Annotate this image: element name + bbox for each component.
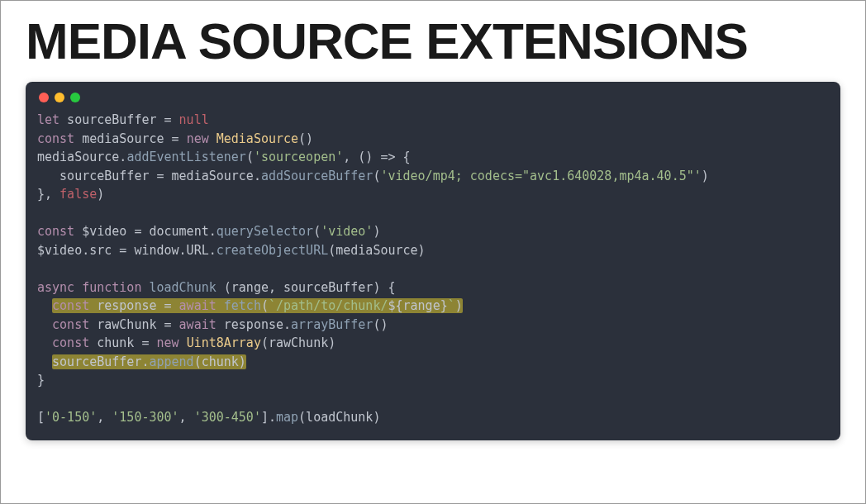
code-token [37, 354, 52, 369]
code-token: null [179, 112, 209, 127]
code-token: createObjectURL [216, 243, 328, 258]
code-token: , [179, 410, 194, 425]
code-token: '150-300' [112, 410, 178, 425]
code-token: await [179, 298, 224, 313]
code-token: arrayBuffer [291, 317, 373, 332]
code-token: (rawChunk) [261, 335, 335, 350]
code-token: false [59, 187, 97, 202]
code-token [37, 335, 52, 350]
code-token: ) [97, 187, 104, 202]
slide-title: MEDIA SOURCE EXTENSIONS [26, 16, 840, 67]
code-token: } [37, 373, 45, 388]
code-token: fetch [224, 298, 261, 313]
code-token: = [141, 335, 156, 350]
code-token: querySelector [216, 224, 313, 239]
code-token: addEventListener [126, 150, 246, 164]
code-block: let sourceBuffer = null const mediaSourc… [37, 111, 829, 427]
code-token: chunk [89, 335, 141, 350]
code-token: new [187, 131, 209, 146]
code-token: 'sourceopen' [254, 150, 343, 164]
code-token: , () => { [343, 150, 410, 164]
highlighted-line: const response = await fetch(`/path/to/c… [52, 298, 463, 313]
code-token: $video [74, 224, 134, 239]
code-token: ) [455, 298, 463, 313]
code-token: addSourceBuffer [261, 169, 373, 183]
code-token: const [52, 335, 89, 350]
window-traffic-lights [37, 90, 829, 111]
code-token: '0-150' [45, 410, 97, 425]
code-token: ( [261, 298, 269, 313]
code-token: = [164, 298, 179, 313]
code-token [37, 317, 52, 332]
highlighted-line: sourceBuffer.append(chunk) [52, 354, 246, 369]
code-token: = [164, 317, 179, 332]
code-token: loadChunk [149, 280, 223, 295]
code-token: document. [149, 224, 216, 239]
code-token: () [298, 131, 313, 146]
code-token: MediaSource [209, 131, 298, 146]
code-token: (chunk) [194, 354, 246, 369]
code-token: rawChunk [89, 317, 164, 332]
code-token: new [157, 335, 187, 350]
code-token: append [149, 354, 193, 369]
minimize-icon [55, 93, 64, 102]
code-token: const [37, 131, 74, 146]
code-token: , [97, 410, 112, 425]
code-token: $video.src = window.URL. [37, 243, 216, 258]
code-token: sourceBuffer. [52, 354, 149, 369]
code-token: mediaSource. [37, 150, 126, 164]
code-token: }, [37, 187, 59, 202]
code-token: ( [246, 150, 254, 164]
code-token: async [37, 280, 82, 295]
code-token: = [172, 131, 187, 146]
code-token: () [373, 317, 388, 332]
code-token: sourceBuffer [59, 112, 164, 127]
code-token: const [37, 224, 74, 239]
code-token: ) [373, 224, 380, 239]
code-token: ]. [261, 410, 276, 425]
slide: MEDIA SOURCE EXTENSIONS let sourceBuffer… [0, 0, 866, 504]
code-token: ( [313, 224, 321, 239]
code-token: '300-450' [194, 410, 261, 425]
code-token: 'video/mp4; codecs="avc1.640028,mp4a.40.… [380, 169, 701, 183]
code-token: mediaSource [335, 243, 417, 258]
code-token: const [52, 298, 89, 313]
code-token: sourceBuffer = mediaSource. [59, 169, 261, 183]
close-icon [39, 93, 49, 102]
code-token: 'video' [321, 224, 373, 239]
code-token: (loadChunk) [298, 410, 380, 425]
code-token: Uint8Array [187, 335, 261, 350]
code-token: ) [702, 169, 709, 183]
code-token: map [276, 410, 298, 425]
code-token: const [52, 317, 89, 332]
code-token: (range, sourceBuffer) { [224, 280, 396, 295]
code-token: function [82, 280, 149, 295]
code-token: = [164, 112, 179, 127]
code-token: ) [418, 243, 426, 258]
code-token: [ [37, 410, 45, 425]
code-token: await [179, 317, 216, 332]
zoom-icon [70, 93, 80, 102]
code-token: = [134, 224, 149, 239]
code-token: response [89, 298, 164, 313]
code-token: ` [448, 298, 455, 313]
code-token [37, 298, 52, 313]
code-window: let sourceBuffer = null const mediaSourc… [26, 82, 840, 440]
code-token [37, 169, 59, 183]
code-token: response. [216, 317, 291, 332]
code-token: let [37, 112, 59, 127]
code-token: `/path/to/chunk/ [269, 298, 388, 313]
code-token: ( [328, 243, 335, 258]
code-token: ${range} [388, 298, 447, 313]
code-token: mediaSource [74, 131, 171, 146]
